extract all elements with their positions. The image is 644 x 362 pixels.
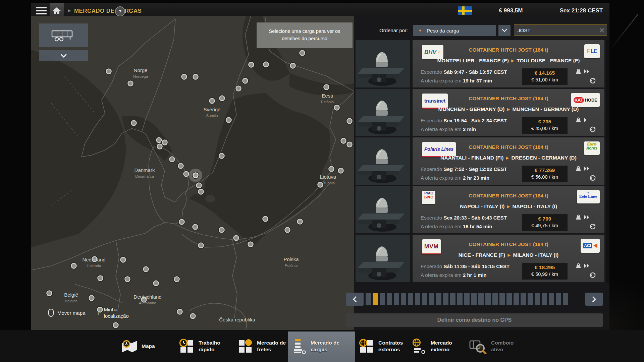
cargo-price: € 735 xyxy=(522,119,568,125)
page-block[interactable] xyxy=(450,293,455,305)
cargo-thumbnail[interactable] xyxy=(356,186,410,233)
tab-mercado-de-cargas[interactable]: Mercado de cargas xyxy=(292,330,344,362)
hitch-photo xyxy=(356,137,410,185)
city-dot xyxy=(179,220,184,225)
page-block[interactable] xyxy=(563,293,568,305)
page-block[interactable] xyxy=(429,293,434,305)
page-block[interactable] xyxy=(464,293,470,305)
page-block[interactable] xyxy=(556,293,561,305)
tab-label: Mercado de cargas xyxy=(311,340,344,353)
bottom-nav-bar: Mapa Trabalho rápido Mercado de fretes xyxy=(0,330,644,362)
tab-mapa[interactable]: Mapa xyxy=(121,330,162,362)
chevrons-icon xyxy=(584,166,590,171)
page-block[interactable] xyxy=(408,293,413,305)
city-dot xyxy=(157,138,162,143)
page-block[interactable] xyxy=(506,293,512,305)
tab-contratos-externos[interactable]: Contratos externos xyxy=(359,330,412,362)
page-block[interactable] xyxy=(542,293,547,305)
scrollbar-track[interactable] xyxy=(606,40,609,283)
map-label: Polska xyxy=(283,256,299,262)
expires-line: A oferta expira em 16 hr 54 min xyxy=(421,224,492,229)
collapse-button[interactable] xyxy=(39,50,88,61)
city-dot xyxy=(170,157,175,162)
tab-comboio-ativo[interactable]: Comboio ativo xyxy=(469,330,525,362)
city-dot xyxy=(338,168,343,173)
expected-line: Esperado Sex 20:33 - Sáb 0:43 CEST xyxy=(421,215,507,221)
route-arrow-icon: ▶ xyxy=(504,107,512,112)
page-block[interactable] xyxy=(485,293,491,305)
sort-expand-button[interactable] xyxy=(498,25,511,36)
city-dot xyxy=(157,144,162,149)
return-trip-icon xyxy=(590,224,596,231)
europe-map[interactable]: NorgeNoruegaSverigeSuéciaEestiEstôniaDan… xyxy=(31,16,355,330)
breadcrumb-arrow-icon: ▶ xyxy=(68,8,71,13)
city-dot xyxy=(191,314,196,319)
page-block[interactable] xyxy=(394,293,399,305)
city-dot xyxy=(128,81,133,86)
cargo-thumbnail[interactable] xyxy=(356,89,410,136)
page-block[interactable] xyxy=(401,293,406,305)
sort-by-label: Ordenar por: xyxy=(362,25,408,36)
set-gps-destination-button[interactable]: Definir como destino no GPS xyxy=(346,313,603,327)
cargo-card[interactable]: BHV✓ CONTAINER HITCH JOST (184 t) FLE MO… xyxy=(413,40,604,87)
tab-mercado-de-fretes[interactable]: Mercado de fretes xyxy=(237,330,290,362)
page-block[interactable] xyxy=(535,293,540,305)
page-block-active[interactable] xyxy=(373,293,378,305)
sort-dropdown[interactable]: ▼ Peso da carga xyxy=(413,25,496,36)
help-button[interactable]: ? xyxy=(115,6,125,16)
cargo-card[interactable]: Polaris Lines CONTAINER HITCH JOST (184 … xyxy=(413,137,604,185)
page-block[interactable] xyxy=(443,293,448,305)
expires-line: A oferta expira em 19 hr 37 min xyxy=(421,78,492,83)
cargo-price: € 18.295 xyxy=(522,264,568,270)
chevron-right-icon xyxy=(592,296,596,303)
price-per-km: € 49,75 / km xyxy=(522,223,568,228)
tab-trabalho-rapido[interactable]: Trabalho rápido xyxy=(179,330,232,362)
page-block[interactable] xyxy=(415,293,420,305)
next-page-button[interactable] xyxy=(585,293,603,306)
map-icon xyxy=(121,339,138,353)
page-block[interactable] xyxy=(457,293,463,305)
page-block[interactable] xyxy=(499,293,505,305)
page-block[interactable] xyxy=(422,293,427,305)
page-block[interactable] xyxy=(478,293,484,305)
page-block[interactable] xyxy=(492,293,498,305)
cargo-thumbnail[interactable] xyxy=(356,137,410,185)
city-dot xyxy=(236,86,241,91)
menu-hamburger-icon[interactable] xyxy=(36,7,47,14)
map-sublabel: Estônia xyxy=(321,100,334,104)
prev-page-button[interactable] xyxy=(346,293,364,306)
page-block[interactable] xyxy=(436,293,441,305)
page-block[interactable] xyxy=(514,293,519,305)
tab-label: Contratos externos xyxy=(378,340,412,353)
page-block[interactable] xyxy=(387,293,392,305)
return-trip-icon xyxy=(590,126,596,134)
search-input[interactable] xyxy=(514,27,600,33)
cargo-card[interactable]: MVM CONTAINER HITCH JOST (184 t) ACI NIC… xyxy=(413,235,604,282)
trailer-browser-button[interactable] xyxy=(39,23,88,47)
hitch-photo xyxy=(356,89,410,136)
cargo-card[interactable]: PIACPIAC CONTAINER HITCH JOST (184 t) ≡E… xyxy=(413,186,604,233)
price-per-km: € 51,00 / km xyxy=(522,77,568,82)
page-block[interactable] xyxy=(366,293,371,305)
page-block[interactable] xyxy=(549,293,554,305)
page-block[interactable] xyxy=(380,293,385,305)
page-block[interactable] xyxy=(471,293,477,305)
page-block[interactable] xyxy=(528,293,533,305)
tab-mercado-externo[interactable]: Mercado externo xyxy=(412,330,464,362)
page-block[interactable] xyxy=(521,293,526,305)
tab-label: Mercado de fretes xyxy=(257,340,290,353)
city-dot xyxy=(71,263,76,268)
recipient-company-logo: ACI xyxy=(581,239,600,253)
city-dot xyxy=(154,281,159,286)
cargo-card[interactable]: transinet CONTAINER HITCH JOST (184 t) K… xyxy=(413,89,604,136)
city-dot xyxy=(290,63,296,68)
cargo-title: CONTAINER HITCH JOST (184 t) xyxy=(449,47,568,53)
city-dot xyxy=(341,138,346,143)
sort-order-icon: ▼ xyxy=(418,28,422,33)
route-origin: NAANTALI - FINLAND (FI) xyxy=(440,155,503,161)
clear-search-icon[interactable] xyxy=(600,28,604,33)
city-dot xyxy=(193,225,198,230)
cargo-thumbnail[interactable] xyxy=(356,235,410,282)
cargo-thumbnail[interactable] xyxy=(356,40,410,87)
city-dot xyxy=(249,62,254,67)
